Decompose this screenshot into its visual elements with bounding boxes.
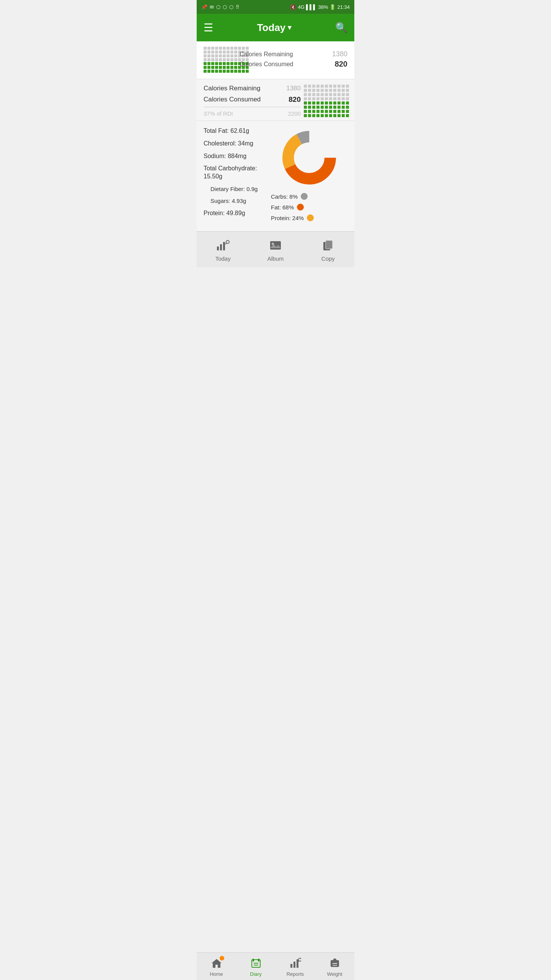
pixel-grid-top xyxy=(204,47,234,73)
time-label: 21:34 xyxy=(337,4,350,10)
carbs-legend-dot xyxy=(301,193,308,200)
reports-icon xyxy=(289,957,302,970)
calories-consumed-value: 820 xyxy=(289,95,301,104)
today-action-label: Today xyxy=(215,255,231,262)
action-copy[interactable]: Copy xyxy=(320,238,336,262)
status-right-info: 🔇 4G ▌▌▌ 38% 🔋 21:34 xyxy=(290,4,350,10)
fat-legend-label: Fat: 68% xyxy=(271,204,294,211)
signal-icon: ▌▌▌ xyxy=(306,4,317,10)
calories-remaining-label-top: Calories Remaining xyxy=(240,51,293,58)
reports-nav-label: Reports xyxy=(287,971,304,977)
donut-chart xyxy=(279,127,340,188)
album-action-label: Album xyxy=(267,255,284,262)
svg-rect-16 xyxy=(290,964,292,968)
search-button[interactable]: 🔍 xyxy=(335,22,347,34)
nav-reports[interactable]: Reports xyxy=(276,957,315,977)
svg-point-7 xyxy=(272,243,274,245)
fat-legend-item: Fat: 68% xyxy=(271,204,347,211)
home-nav-label: Home xyxy=(210,971,223,977)
sodium-row: Sodium: 884mg xyxy=(204,152,266,160)
nav-diary[interactable]: Diary xyxy=(236,957,276,977)
total-fat-row: Total Fat: 62.61g xyxy=(204,127,266,135)
status-left-icons: 📌 ✉ ⬡ ⬡ ⬡ ⠿ xyxy=(201,4,240,10)
dropdown-arrow-icon: ▾ xyxy=(288,23,291,32)
svg-rect-0 xyxy=(217,247,219,250)
nutrient-section: Total Fat: 62.61g Cholesterol: 34mg Sodi… xyxy=(197,121,354,231)
cholesterol-row: Cholesterol: 34mg xyxy=(204,140,266,148)
pixel-chart-top xyxy=(204,47,234,74)
chart-legend: Carbs: 8% Fat: 68% Protein: 24% xyxy=(271,193,347,225)
menu-button[interactable]: ☰ xyxy=(204,21,213,34)
rdi-label: 37% of RDI xyxy=(204,110,233,117)
protein-legend-label: Protein: 24% xyxy=(271,215,304,221)
notification-dot xyxy=(220,956,224,960)
album-icon xyxy=(267,238,284,252)
svg-rect-22 xyxy=(333,959,336,961)
calories-text-col-top: Calories Remaining 1380 Calories Consume… xyxy=(240,50,347,70)
today-icon xyxy=(215,238,231,252)
header-title-text: Today xyxy=(257,22,286,34)
action-album[interactable]: Album xyxy=(267,238,284,262)
action-today[interactable]: Today xyxy=(215,238,231,262)
calories-remaining-value: 1380 xyxy=(286,85,301,92)
svg-rect-2 xyxy=(223,242,225,250)
pinterest-icon: 📌 xyxy=(201,4,207,10)
diary-nav-label: Diary xyxy=(250,971,261,977)
action-bar: Today Album Copy xyxy=(197,231,354,267)
battery-icon: 🔋 xyxy=(329,4,336,10)
calories-consumed-label: Calories Consumed xyxy=(204,96,261,103)
nutrient-list: Total Fat: 62.61g Cholesterol: 34mg Sodi… xyxy=(204,127,266,225)
calories-consumed-row-top: Calories Consumed 820 xyxy=(240,60,347,69)
bottom-nav: Home Diary Reports xyxy=(197,952,354,980)
divider xyxy=(204,107,301,107)
calories-detail-left: Calories Remaining 1380 Calories Consume… xyxy=(204,85,301,121)
sugars-row: Sugars: 4.93g xyxy=(210,197,266,205)
calories-remaining-row-top: Calories Remaining 1380 xyxy=(240,50,347,58)
calories-consumed-value-top: 820 xyxy=(335,60,347,69)
nutrient-chart-area: Carbs: 8% Fat: 68% Protein: 24% xyxy=(271,127,347,225)
mail-icon: ✉ xyxy=(210,4,214,10)
svg-rect-17 xyxy=(293,962,295,968)
copy-action-label: Copy xyxy=(321,255,335,262)
battery-label: 38% xyxy=(318,4,328,10)
nav-weight[interactable]: Weight xyxy=(315,957,354,977)
svg-line-4 xyxy=(225,243,227,244)
dietary-fiber-row: Dietary Fiber: 0.9g xyxy=(210,185,266,193)
svg-rect-18 xyxy=(297,959,298,968)
header-title-area[interactable]: Today ▾ xyxy=(257,22,292,34)
calories-remaining-label: Calories Remaining xyxy=(204,85,260,92)
total-carb-row: Total Carbohydrate: 15.50g xyxy=(204,165,266,181)
svg-marker-10 xyxy=(212,959,222,968)
pixel-grid-detail xyxy=(304,85,349,118)
calories-detail-section: Calories Remaining 1380 Calories Consume… xyxy=(197,79,354,121)
calories-remaining-value-top: 1380 xyxy=(332,50,347,58)
rdi-row: 37% of RDI 2200 xyxy=(204,110,301,117)
copy-icon xyxy=(320,238,336,252)
network-label: 4G xyxy=(298,4,304,10)
calories-card-top: Calories Remaining 1380 Calories Consume… xyxy=(197,41,354,79)
instagram-icon3: ⬡ xyxy=(229,4,233,10)
svg-rect-5 xyxy=(270,241,281,250)
calories-detail-right xyxy=(305,85,347,121)
grid-icon: ⠿ xyxy=(236,4,240,10)
carbs-legend-label: Carbs: 8% xyxy=(271,193,298,200)
content-area: Calories Remaining 1380 Calories Consume… xyxy=(197,41,354,298)
protein-row: Protein: 49.89g xyxy=(204,209,266,217)
svg-rect-1 xyxy=(220,244,222,250)
nav-home[interactable]: Home xyxy=(197,957,236,977)
protein-legend-dot xyxy=(307,214,314,221)
donut-hole xyxy=(295,144,323,172)
svg-rect-9 xyxy=(326,240,333,249)
home-icon xyxy=(210,957,223,970)
mute-icon: 🔇 xyxy=(290,4,296,10)
weight-nav-label: Weight xyxy=(327,971,342,977)
protein-legend-item: Protein: 24% xyxy=(271,214,347,221)
calories-consumed-label-top: Calories Consumed xyxy=(240,61,293,68)
carbs-legend-item: Carbs: 8% xyxy=(271,193,347,200)
fat-legend-dot xyxy=(297,204,304,211)
instagram-icon2: ⬡ xyxy=(223,4,227,10)
calories-remaining-row: Calories Remaining 1380 xyxy=(204,85,301,92)
diary-icon xyxy=(249,957,263,970)
instagram-icon1: ⬡ xyxy=(216,4,220,10)
calories-consumed-row: Calories Consumed 820 xyxy=(204,95,301,104)
